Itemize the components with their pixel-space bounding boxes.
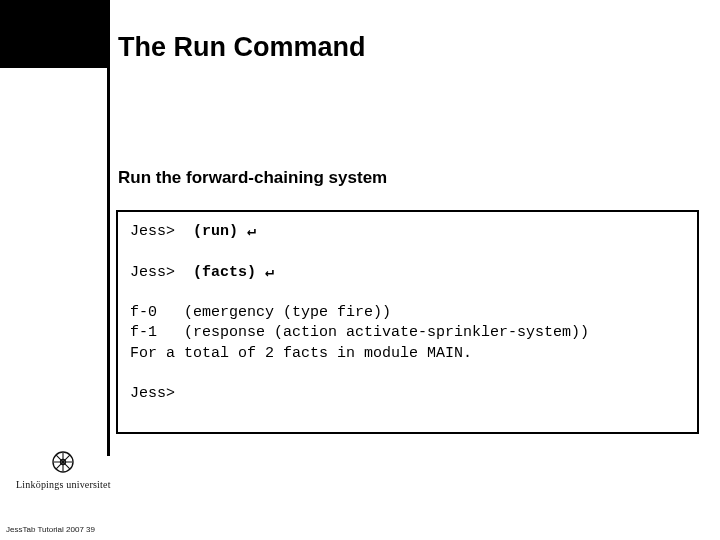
- slide-subtitle: Run the forward-chaining system: [118, 168, 387, 188]
- code-box: Jess> (run) ↵ Jess> (facts) ↵ f-0 (emerg…: [116, 210, 699, 434]
- slide-title: The Run Command: [118, 32, 366, 63]
- footer-text: JessTab Tutorial 2007: [6, 525, 84, 534]
- slide: The Run Command Run the forward-chaining…: [0, 0, 720, 540]
- page-number: 39: [86, 525, 95, 534]
- university-logo: Linköpings universitet: [16, 447, 111, 490]
- output-line-1: f-0 (emergency (type fire)): [130, 304, 391, 321]
- vertical-divider: [107, 0, 110, 456]
- command-run: (run) ↵: [193, 223, 256, 240]
- seal-icon: [48, 447, 78, 477]
- command-facts: (facts) ↵: [193, 264, 274, 281]
- prompt-3: Jess>: [130, 385, 175, 402]
- output-line-2: f-1 (response (action activate-sprinkler…: [130, 324, 589, 341]
- top-black-band: [0, 0, 107, 68]
- prompt-2: Jess>: [130, 264, 193, 281]
- output-line-3: For a total of 2 facts in module MAIN.: [130, 345, 472, 362]
- prompt-1: Jess>: [130, 223, 193, 240]
- university-name: Linköpings universitet: [16, 479, 111, 490]
